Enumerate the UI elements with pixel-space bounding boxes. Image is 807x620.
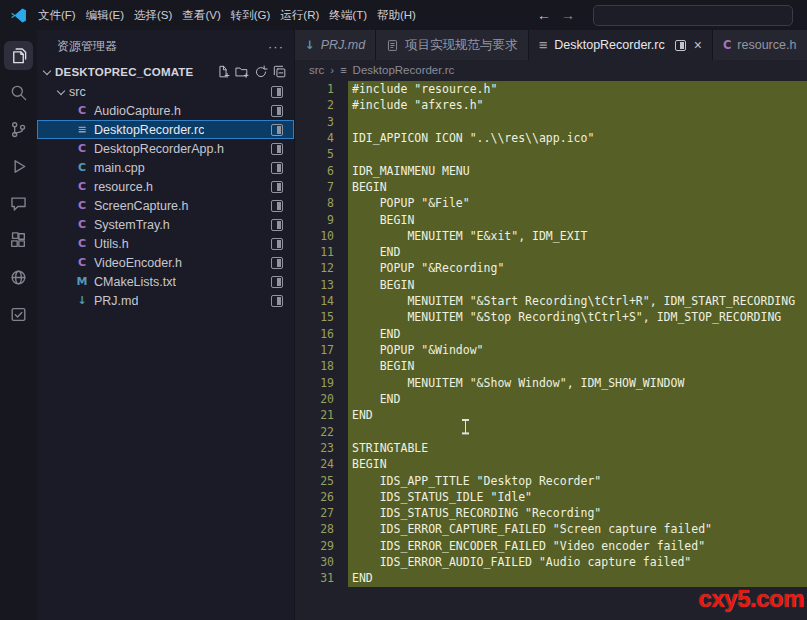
file-type-icon: C bbox=[75, 142, 89, 155]
tab-prj-md[interactable]: ↓ PRJ.md bbox=[295, 30, 376, 60]
code-line[interactable]: 11 END bbox=[295, 244, 807, 260]
new-folder-icon[interactable] bbox=[235, 65, 249, 79]
code-text: POPUP "&File" bbox=[348, 195, 807, 211]
menu-item[interactable]: 终端(T) bbox=[324, 5, 372, 26]
open-to-side-icon[interactable] bbox=[271, 86, 283, 98]
code-line[interactable]: 7 BEGIN bbox=[295, 179, 807, 195]
code-line[interactable]: 24 BEGIN bbox=[295, 456, 807, 472]
code-line[interactable]: 14 MENUITEM "&Start Recording\tCtrl+R", … bbox=[295, 293, 807, 309]
back-icon[interactable]: ← bbox=[537, 8, 551, 22]
code-line[interactable]: 27 IDS_STATUS_RECORDING "Recording" bbox=[295, 505, 807, 521]
file-name: Utils.h bbox=[94, 237, 129, 251]
file-row[interactable]: C main.cpp bbox=[37, 158, 294, 177]
menu-item[interactable]: 转到(G) bbox=[226, 5, 276, 26]
code-line[interactable]: 18 BEGIN bbox=[295, 358, 807, 374]
open-to-side-icon[interactable] bbox=[271, 276, 283, 288]
new-file-icon[interactable] bbox=[216, 65, 230, 79]
collapse-all-icon[interactable] bbox=[273, 65, 287, 79]
tab-resource-h[interactable]: C resource.h bbox=[713, 30, 807, 60]
tree-folder-src[interactable]: src bbox=[37, 82, 294, 101]
open-to-side-icon[interactable] bbox=[271, 200, 283, 212]
file-row[interactable]: C ScreenCapture.h bbox=[37, 196, 294, 215]
code-line[interactable]: 20 END bbox=[295, 391, 807, 407]
code-line[interactable]: 5 bbox=[295, 146, 807, 162]
code-line[interactable]: 2 #include "afxres.h" bbox=[295, 97, 807, 113]
code-line[interactable]: 13 BEGIN bbox=[295, 277, 807, 293]
line-number: 5 bbox=[295, 146, 334, 162]
code-line[interactable]: 4 IDI_APPICON ICON "..\\res\\app.ico" bbox=[295, 130, 807, 146]
activity-run-debug[interactable] bbox=[0, 148, 37, 185]
code-line[interactable]: 10 MENUITEM "E&xit", IDM_EXIT bbox=[295, 228, 807, 244]
file-row[interactable]: C DesktopRecorderApp.h bbox=[37, 139, 294, 158]
chevron-down-icon bbox=[42, 67, 52, 77]
file-row[interactable]: C AudioCapture.h bbox=[37, 101, 294, 120]
file-row[interactable]: ≡ DesktopRecorder.rc bbox=[37, 120, 294, 139]
close-icon[interactable]: × bbox=[694, 38, 702, 52]
menu-item[interactable]: 帮助(H) bbox=[372, 5, 421, 26]
menu-item[interactable]: 编辑(E) bbox=[81, 5, 129, 26]
breadcrumb-src[interactable]: src bbox=[309, 64, 324, 76]
line-number: 4 bbox=[295, 130, 334, 146]
more-actions-icon[interactable]: ··· bbox=[268, 40, 284, 53]
file-row[interactable]: C Utils.h bbox=[37, 234, 294, 253]
code-text: #include "afxres.h" bbox=[348, 97, 807, 113]
refresh-icon[interactable] bbox=[254, 65, 268, 79]
tree-root-desktoprec-comate[interactable]: DESKTOPREC_COMATE bbox=[37, 62, 294, 82]
tab-label: PRJ.md bbox=[321, 38, 365, 52]
open-to-side-icon[interactable] bbox=[271, 219, 283, 231]
code-line[interactable]: 30 IDS_ERROR_AUDIO_FAILED "Audio capture… bbox=[295, 554, 807, 570]
file-row[interactable]: M CMakeLists.txt bbox=[37, 272, 294, 291]
activity-source-control[interactable] bbox=[0, 111, 37, 148]
file-row[interactable]: C VideoEncoder.h bbox=[37, 253, 294, 272]
code-line[interactable]: 16 END bbox=[295, 326, 807, 342]
code-line[interactable]: 19 MENUITEM "&Show Window", IDM_SHOW_WIN… bbox=[295, 375, 807, 391]
play-icon bbox=[4, 152, 33, 181]
menu-item[interactable]: 运行(R) bbox=[275, 5, 324, 26]
forward-icon[interactable]: → bbox=[561, 8, 575, 22]
file-row[interactable]: ↓ PRJ.md bbox=[37, 291, 294, 310]
code-line[interactable]: 22 bbox=[295, 424, 807, 440]
code-line[interactable]: 3 bbox=[295, 114, 807, 130]
code-line[interactable]: 25 IDS_APP_TITLE "Desktop Recorder" bbox=[295, 473, 807, 489]
code-line[interactable]: 8 POPUP "&File" bbox=[295, 195, 807, 211]
code-line[interactable]: 15 MENUITEM "&Stop Recording\tCtrl+S", I… bbox=[295, 309, 807, 325]
open-to-side-icon[interactable] bbox=[271, 238, 283, 250]
code-line[interactable]: 9 BEGIN bbox=[295, 212, 807, 228]
open-to-side-icon[interactable] bbox=[271, 181, 283, 193]
open-to-side-icon[interactable] bbox=[271, 295, 283, 307]
code-line[interactable]: 17 POPUP "&Window" bbox=[295, 342, 807, 358]
open-to-side-icon[interactable] bbox=[271, 162, 283, 174]
activity-search[interactable] bbox=[0, 74, 37, 111]
open-to-side-icon[interactable] bbox=[271, 124, 283, 136]
menu-item[interactable]: 文件(F) bbox=[33, 5, 81, 26]
code-line[interactable]: 23 STRINGTABLE bbox=[295, 440, 807, 456]
open-to-side-icon[interactable] bbox=[271, 143, 283, 155]
activity-explorer[interactable] bbox=[0, 37, 37, 74]
file-row[interactable]: C SystemTray.h bbox=[37, 215, 294, 234]
vscode-window: 文件(F)编辑(E)选择(S)查看(V)转到(G)运行(R)终端(T)帮助(H)… bbox=[0, 0, 807, 620]
open-to-side-icon[interactable] bbox=[271, 105, 283, 117]
code-line[interactable]: 21 END bbox=[295, 407, 807, 423]
code-line[interactable]: 6 IDR_MAINMENU MENU bbox=[295, 163, 807, 179]
extensions-icon bbox=[4, 226, 33, 255]
open-to-side-icon[interactable] bbox=[271, 257, 283, 269]
activity-remote-explorer[interactable] bbox=[0, 259, 37, 296]
code-line[interactable]: 12 POPUP "&Recording" bbox=[295, 260, 807, 276]
activity-extensions[interactable] bbox=[0, 222, 37, 259]
line-number: 31 bbox=[295, 570, 334, 586]
code-line[interactable]: 29 IDS_ERROR_ENCODER_FAILED "Video encod… bbox=[295, 538, 807, 554]
menu-item[interactable]: 选择(S) bbox=[129, 5, 177, 26]
activity-chat[interactable] bbox=[0, 185, 37, 222]
file-row[interactable]: C resource.h bbox=[37, 177, 294, 196]
breadcrumb-file[interactable]: DesktopRecorder.rc bbox=[353, 64, 455, 76]
code-line[interactable]: 26 IDS_STATUS_IDLE "Idle" bbox=[295, 489, 807, 505]
code-line[interactable]: 28 IDS_ERROR_CAPTURE_FAILED "Screen capt… bbox=[295, 521, 807, 537]
tab-desktoprecorder-rc[interactable]: ≡ DesktopRecorder.rc × bbox=[529, 30, 713, 60]
activity-checklist[interactable] bbox=[0, 296, 37, 333]
keep-open-icon[interactable] bbox=[675, 40, 686, 51]
code-line[interactable]: 1 #include "resource.h" bbox=[295, 81, 807, 97]
command-center[interactable] bbox=[593, 5, 793, 26]
menu-item[interactable]: 查看(V) bbox=[177, 5, 225, 26]
tab-project-spec[interactable]: 项目实现规范与要求 bbox=[376, 30, 529, 60]
code-editor[interactable]: 1 #include "resource.h" 2 #include "afxr… bbox=[295, 80, 807, 620]
